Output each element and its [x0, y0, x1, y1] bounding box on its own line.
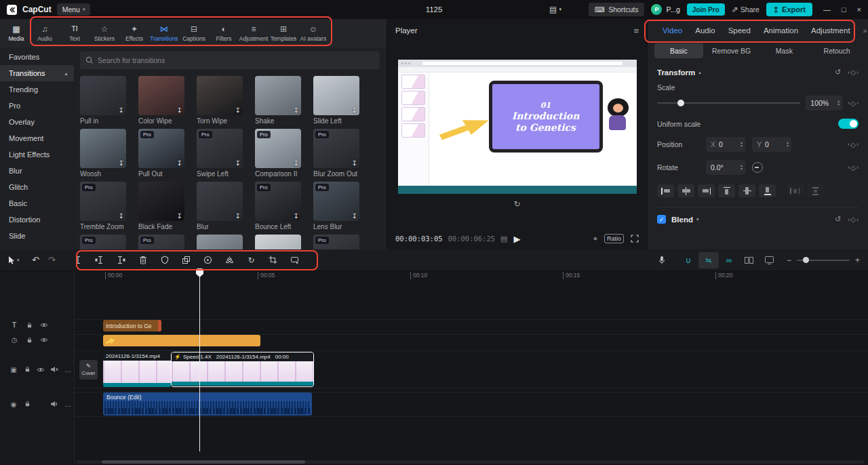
rotate-dial-icon[interactable] [752, 162, 763, 173]
transition-item[interactable]: Pro↧Bounce Left [255, 182, 301, 230]
sidebar-item-light-effects[interactable]: Light Effects [0, 146, 74, 163]
microphone-icon[interactable] [658, 256, 666, 265]
sidebar-item-trending[interactable]: Trending [0, 81, 74, 98]
tab-audio-props[interactable]: Audio [695, 26, 715, 35]
select-tool-button[interactable]: ▾ [8, 256, 20, 264]
eye-icon[interactable] [37, 337, 52, 343]
transition-thumbnail[interactable]: ↧ [197, 182, 243, 221]
transition-thumbnail[interactable]: Pro↧ [138, 129, 184, 168]
stepper-icon[interactable]: ▴▾ [741, 164, 743, 171]
maximize-button[interactable]: □ [842, 5, 846, 14]
shortcuts-button[interactable]: ⌨ Shortcuts [589, 3, 645, 16]
sidebar-item-blur[interactable]: Blur [0, 163, 74, 179]
transition-thumbnail[interactable]: ↧ [138, 182, 184, 221]
stepper-icon[interactable]: ▴▾ [837, 100, 840, 106]
layout-switch-button[interactable]: ▤ ▾ [549, 5, 561, 14]
zoom-slider[interactable] [797, 260, 850, 261]
lock-icon[interactable] [22, 322, 37, 329]
transition-item[interactable]: Pro↧Pull Out [138, 129, 184, 178]
keyframe-control[interactable]: ‹◇› [848, 164, 859, 171]
tab-animation[interactable]: Animation [764, 26, 798, 35]
audio-clip[interactable]: Bounce (Edit) [103, 392, 312, 416]
transition-thumbnail[interactable]: Pro [313, 235, 359, 249]
align-top-icon[interactable] [718, 184, 735, 197]
sidebar-item-favorites[interactable]: Favorites [0, 49, 74, 65]
tab-text[interactable]: TIText [60, 25, 90, 42]
tab-adjustment-props[interactable]: Adjustment [811, 26, 850, 35]
expand-icon[interactable]: ▾ [696, 217, 699, 222]
transition-item[interactable]: Pro↧Comparison II [255, 129, 301, 178]
export-button[interactable]: ↥ Export [766, 3, 812, 16]
transition-item[interactable] [255, 235, 301, 249]
rotate-field[interactable]: 0.0° ▴▾ [706, 160, 745, 175]
transition-thumbnail[interactable]: Pro [80, 235, 126, 249]
transition-thumbnail[interactable]: ↧ [313, 76, 359, 115]
transition-thumbnail[interactable]: ↧ [80, 129, 126, 168]
align-right-icon[interactable] [698, 184, 715, 197]
tab-audio[interactable]: ♫Audio [30, 25, 60, 42]
transition-item[interactable]: ↧Shake [255, 76, 301, 125]
join-pro-button[interactable]: Join Pro [687, 3, 725, 16]
subtab-basic[interactable]: Basic [654, 43, 703, 58]
scale-slider[interactable] [657, 102, 800, 104]
transition-item[interactable]: ↧Color Wipe [138, 76, 184, 125]
transition-item[interactable]: ↧Woosh [80, 129, 126, 178]
overlay-icon[interactable] [176, 251, 197, 269]
tab-adjustment[interactable]: ≡Adjustment [239, 25, 269, 42]
sidebar-item-transitions[interactable]: Transitions▲ [0, 65, 74, 81]
cover-button[interactable]: ✎ Cover [79, 360, 98, 380]
sticker-clip[interactable] [103, 335, 260, 346]
thumbnail-view-icon[interactable]: ▤ [500, 235, 507, 243]
eye-icon[interactable] [37, 322, 52, 328]
horizontal-scrollbar[interactable] [76, 460, 864, 464]
timeline-ruler[interactable]: 00:00 00:05 00:10 00:15 00:20 [75, 271, 868, 281]
search-bar[interactable] [80, 52, 380, 69]
transition-thumbnail[interactable] [255, 235, 301, 249]
tab-effects[interactable]: ✦Effects [119, 25, 149, 42]
search-input[interactable] [98, 56, 374, 64]
subtab-remove-bg[interactable]: Remove BG [707, 43, 756, 58]
align-center-horizontal-icon[interactable] [677, 184, 694, 197]
menu-button[interactable]: Menu ▾ [57, 3, 91, 16]
share-button[interactable]: ⇗ Share [732, 5, 760, 14]
expand-panel-icon[interactable]: » [863, 26, 867, 35]
more-icon[interactable]: … [61, 366, 75, 373]
tab-speed[interactable]: Speed [728, 26, 751, 35]
text-clip[interactable]: Introduction to Ge [103, 320, 161, 331]
transition-item[interactable]: ↧Black Fade [138, 182, 184, 230]
uniform-scale-toggle[interactable] [838, 119, 859, 129]
transition-thumbnail[interactable]: Pro↧ [255, 182, 301, 221]
lock-icon[interactable] [22, 337, 37, 344]
sidebar-item-movement[interactable]: Movement [0, 130, 74, 146]
delete-left-icon[interactable] [89, 251, 111, 269]
transition-thumbnail[interactable]: Pro↧ [313, 129, 359, 168]
replay-icon[interactable]: ↻ [513, 199, 520, 209]
subtab-mask[interactable]: Mask [760, 43, 809, 58]
tab-video[interactable]: Video [663, 26, 682, 35]
mirror-icon[interactable] [219, 251, 241, 269]
transition-item[interactable]: Pro↧Lens Blur [313, 182, 359, 230]
delete-icon[interactable] [132, 251, 154, 269]
sidebar-item-glitch[interactable]: Glitch [0, 179, 74, 195]
transition-thumbnail[interactable]: ↧ [197, 76, 243, 115]
minimize-button[interactable]: — [823, 5, 831, 14]
transition-thumbnail[interactable]: ↧ [138, 76, 184, 115]
align-center-vertical-icon[interactable] [738, 184, 755, 197]
tab-captions[interactable]: ⊟Captions [179, 25, 209, 42]
link-clips-icon[interactable]: ∞ [719, 252, 739, 268]
sidebar-item-basic[interactable]: Basic [0, 195, 74, 211]
scale-value-box[interactable]: 100% ▴▾ [806, 96, 842, 110]
undo-button[interactable]: ↶ [28, 255, 44, 265]
transition-thumbnail[interactable] [197, 235, 243, 249]
tab-transitions[interactable]: ⋈Transitions [149, 25, 179, 42]
avatar[interactable]: P [651, 4, 662, 15]
delete-right-icon[interactable] [111, 251, 132, 269]
transition-item[interactable]: Pro↧Swipe Left [197, 129, 243, 178]
reset-icon[interactable]: ↺ [835, 215, 841, 224]
video-clip-1[interactable]: 20241126-1/3154.mp4 [103, 352, 171, 387]
transition-thumbnail[interactable]: ↧ [80, 76, 126, 115]
zoom-in-icon[interactable]: + [855, 256, 860, 265]
position-x-field[interactable]: X 0 ▴▾ [706, 137, 745, 152]
zoom-slider-knob[interactable] [803, 257, 809, 263]
sidebar-item-slide[interactable]: Slide [0, 228, 74, 244]
